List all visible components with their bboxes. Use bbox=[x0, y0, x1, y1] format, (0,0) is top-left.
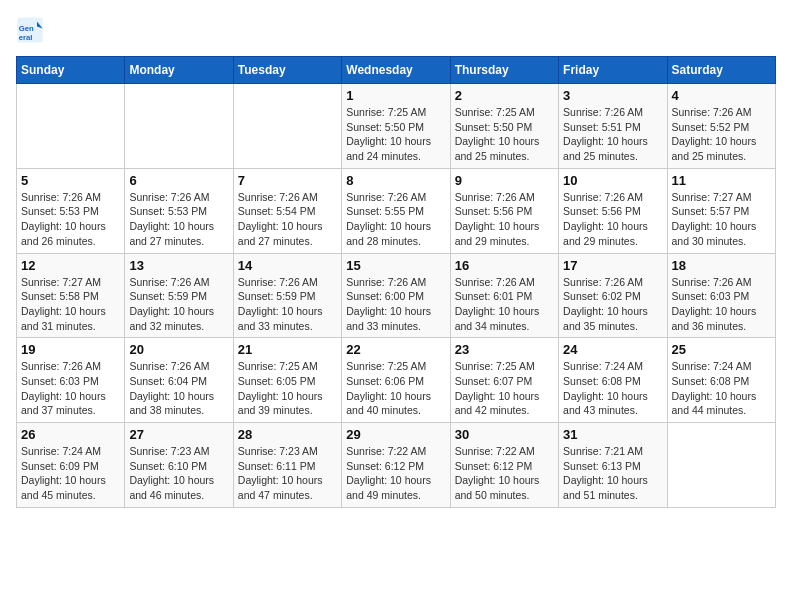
day-info: Sunrise: 7:26 AMSunset: 6:00 PMDaylight:… bbox=[346, 275, 445, 334]
day-number: 2 bbox=[455, 88, 554, 103]
calendar-cell: 23Sunrise: 7:25 AMSunset: 6:07 PMDayligh… bbox=[450, 338, 558, 423]
day-number: 22 bbox=[346, 342, 445, 357]
day-of-week-header: Monday bbox=[125, 57, 233, 84]
day-number: 21 bbox=[238, 342, 337, 357]
calendar-cell: 12Sunrise: 7:27 AMSunset: 5:58 PMDayligh… bbox=[17, 253, 125, 338]
day-info: Sunrise: 7:25 AMSunset: 5:50 PMDaylight:… bbox=[346, 105, 445, 164]
day-number: 26 bbox=[21, 427, 120, 442]
calendar-cell: 7Sunrise: 7:26 AMSunset: 5:54 PMDaylight… bbox=[233, 168, 341, 253]
calendar-cell: 19Sunrise: 7:26 AMSunset: 6:03 PMDayligh… bbox=[17, 338, 125, 423]
calendar-cell: 31Sunrise: 7:21 AMSunset: 6:13 PMDayligh… bbox=[559, 423, 667, 508]
day-number: 3 bbox=[563, 88, 662, 103]
page-header: Gen eral bbox=[16, 16, 776, 44]
day-info: Sunrise: 7:24 AMSunset: 6:08 PMDaylight:… bbox=[563, 359, 662, 418]
day-of-week-header: Thursday bbox=[450, 57, 558, 84]
day-number: 23 bbox=[455, 342, 554, 357]
calendar-cell: 9Sunrise: 7:26 AMSunset: 5:56 PMDaylight… bbox=[450, 168, 558, 253]
day-info: Sunrise: 7:26 AMSunset: 5:56 PMDaylight:… bbox=[455, 190, 554, 249]
day-number: 18 bbox=[672, 258, 771, 273]
day-info: Sunrise: 7:26 AMSunset: 6:02 PMDaylight:… bbox=[563, 275, 662, 334]
day-info: Sunrise: 7:26 AMSunset: 5:54 PMDaylight:… bbox=[238, 190, 337, 249]
day-number: 11 bbox=[672, 173, 771, 188]
day-info: Sunrise: 7:26 AMSunset: 5:59 PMDaylight:… bbox=[129, 275, 228, 334]
day-info: Sunrise: 7:26 AMSunset: 5:53 PMDaylight:… bbox=[21, 190, 120, 249]
calendar-week-row: 26Sunrise: 7:24 AMSunset: 6:09 PMDayligh… bbox=[17, 423, 776, 508]
day-info: Sunrise: 7:26 AMSunset: 5:55 PMDaylight:… bbox=[346, 190, 445, 249]
day-number: 5 bbox=[21, 173, 120, 188]
day-number: 30 bbox=[455, 427, 554, 442]
day-info: Sunrise: 7:22 AMSunset: 6:12 PMDaylight:… bbox=[455, 444, 554, 503]
day-info: Sunrise: 7:25 AMSunset: 5:50 PMDaylight:… bbox=[455, 105, 554, 164]
day-number: 25 bbox=[672, 342, 771, 357]
logo: Gen eral bbox=[16, 16, 48, 44]
calendar-table: SundayMondayTuesdayWednesdayThursdayFrid… bbox=[16, 56, 776, 508]
day-info: Sunrise: 7:24 AMSunset: 6:09 PMDaylight:… bbox=[21, 444, 120, 503]
calendar-cell: 29Sunrise: 7:22 AMSunset: 6:12 PMDayligh… bbox=[342, 423, 450, 508]
calendar-cell: 16Sunrise: 7:26 AMSunset: 6:01 PMDayligh… bbox=[450, 253, 558, 338]
day-number: 6 bbox=[129, 173, 228, 188]
day-number: 8 bbox=[346, 173, 445, 188]
day-of-week-header: Friday bbox=[559, 57, 667, 84]
calendar-cell: 21Sunrise: 7:25 AMSunset: 6:05 PMDayligh… bbox=[233, 338, 341, 423]
day-number: 1 bbox=[346, 88, 445, 103]
day-number: 14 bbox=[238, 258, 337, 273]
day-of-week-header: Tuesday bbox=[233, 57, 341, 84]
calendar-week-row: 12Sunrise: 7:27 AMSunset: 5:58 PMDayligh… bbox=[17, 253, 776, 338]
day-info: Sunrise: 7:26 AMSunset: 5:53 PMDaylight:… bbox=[129, 190, 228, 249]
day-number: 31 bbox=[563, 427, 662, 442]
day-info: Sunrise: 7:25 AMSunset: 6:07 PMDaylight:… bbox=[455, 359, 554, 418]
day-info: Sunrise: 7:26 AMSunset: 6:03 PMDaylight:… bbox=[672, 275, 771, 334]
day-number: 24 bbox=[563, 342, 662, 357]
day-info: Sunrise: 7:27 AMSunset: 5:57 PMDaylight:… bbox=[672, 190, 771, 249]
calendar-cell: 30Sunrise: 7:22 AMSunset: 6:12 PMDayligh… bbox=[450, 423, 558, 508]
day-info: Sunrise: 7:22 AMSunset: 6:12 PMDaylight:… bbox=[346, 444, 445, 503]
calendar-week-row: 1Sunrise: 7:25 AMSunset: 5:50 PMDaylight… bbox=[17, 84, 776, 169]
calendar-cell: 3Sunrise: 7:26 AMSunset: 5:51 PMDaylight… bbox=[559, 84, 667, 169]
calendar-cell: 20Sunrise: 7:26 AMSunset: 6:04 PMDayligh… bbox=[125, 338, 233, 423]
calendar-cell: 25Sunrise: 7:24 AMSunset: 6:08 PMDayligh… bbox=[667, 338, 775, 423]
calendar-cell: 17Sunrise: 7:26 AMSunset: 6:02 PMDayligh… bbox=[559, 253, 667, 338]
day-of-week-header: Sunday bbox=[17, 57, 125, 84]
day-number: 29 bbox=[346, 427, 445, 442]
calendar-week-row: 19Sunrise: 7:26 AMSunset: 6:03 PMDayligh… bbox=[17, 338, 776, 423]
calendar-cell: 13Sunrise: 7:26 AMSunset: 5:59 PMDayligh… bbox=[125, 253, 233, 338]
day-of-week-header: Wednesday bbox=[342, 57, 450, 84]
calendar-cell: 14Sunrise: 7:26 AMSunset: 5:59 PMDayligh… bbox=[233, 253, 341, 338]
day-info: Sunrise: 7:24 AMSunset: 6:08 PMDaylight:… bbox=[672, 359, 771, 418]
day-info: Sunrise: 7:27 AMSunset: 5:58 PMDaylight:… bbox=[21, 275, 120, 334]
svg-text:eral: eral bbox=[19, 33, 33, 42]
day-number: 27 bbox=[129, 427, 228, 442]
calendar-week-row: 5Sunrise: 7:26 AMSunset: 5:53 PMDaylight… bbox=[17, 168, 776, 253]
svg-text:Gen: Gen bbox=[19, 24, 34, 33]
calendar-cell: 28Sunrise: 7:23 AMSunset: 6:11 PMDayligh… bbox=[233, 423, 341, 508]
day-number: 7 bbox=[238, 173, 337, 188]
calendar-cell: 27Sunrise: 7:23 AMSunset: 6:10 PMDayligh… bbox=[125, 423, 233, 508]
day-number: 16 bbox=[455, 258, 554, 273]
logo-icon: Gen eral bbox=[16, 16, 44, 44]
calendar-cell: 15Sunrise: 7:26 AMSunset: 6:00 PMDayligh… bbox=[342, 253, 450, 338]
calendar-cell bbox=[125, 84, 233, 169]
day-number: 17 bbox=[563, 258, 662, 273]
day-number: 12 bbox=[21, 258, 120, 273]
day-info: Sunrise: 7:25 AMSunset: 6:05 PMDaylight:… bbox=[238, 359, 337, 418]
day-info: Sunrise: 7:26 AMSunset: 5:51 PMDaylight:… bbox=[563, 105, 662, 164]
calendar-cell: 5Sunrise: 7:26 AMSunset: 5:53 PMDaylight… bbox=[17, 168, 125, 253]
day-info: Sunrise: 7:26 AMSunset: 6:04 PMDaylight:… bbox=[129, 359, 228, 418]
day-number: 20 bbox=[129, 342, 228, 357]
day-info: Sunrise: 7:26 AMSunset: 6:01 PMDaylight:… bbox=[455, 275, 554, 334]
calendar-cell: 18Sunrise: 7:26 AMSunset: 6:03 PMDayligh… bbox=[667, 253, 775, 338]
day-number: 15 bbox=[346, 258, 445, 273]
day-info: Sunrise: 7:26 AMSunset: 5:52 PMDaylight:… bbox=[672, 105, 771, 164]
calendar-cell: 10Sunrise: 7:26 AMSunset: 5:56 PMDayligh… bbox=[559, 168, 667, 253]
calendar-cell: 11Sunrise: 7:27 AMSunset: 5:57 PMDayligh… bbox=[667, 168, 775, 253]
calendar-cell: 2Sunrise: 7:25 AMSunset: 5:50 PMDaylight… bbox=[450, 84, 558, 169]
calendar-cell: 8Sunrise: 7:26 AMSunset: 5:55 PMDaylight… bbox=[342, 168, 450, 253]
calendar-cell: 6Sunrise: 7:26 AMSunset: 5:53 PMDaylight… bbox=[125, 168, 233, 253]
calendar-cell: 26Sunrise: 7:24 AMSunset: 6:09 PMDayligh… bbox=[17, 423, 125, 508]
calendar-cell: 22Sunrise: 7:25 AMSunset: 6:06 PMDayligh… bbox=[342, 338, 450, 423]
calendar-cell: 1Sunrise: 7:25 AMSunset: 5:50 PMDaylight… bbox=[342, 84, 450, 169]
calendar-cell bbox=[667, 423, 775, 508]
day-info: Sunrise: 7:23 AMSunset: 6:10 PMDaylight:… bbox=[129, 444, 228, 503]
calendar-cell bbox=[233, 84, 341, 169]
calendar-cell: 4Sunrise: 7:26 AMSunset: 5:52 PMDaylight… bbox=[667, 84, 775, 169]
